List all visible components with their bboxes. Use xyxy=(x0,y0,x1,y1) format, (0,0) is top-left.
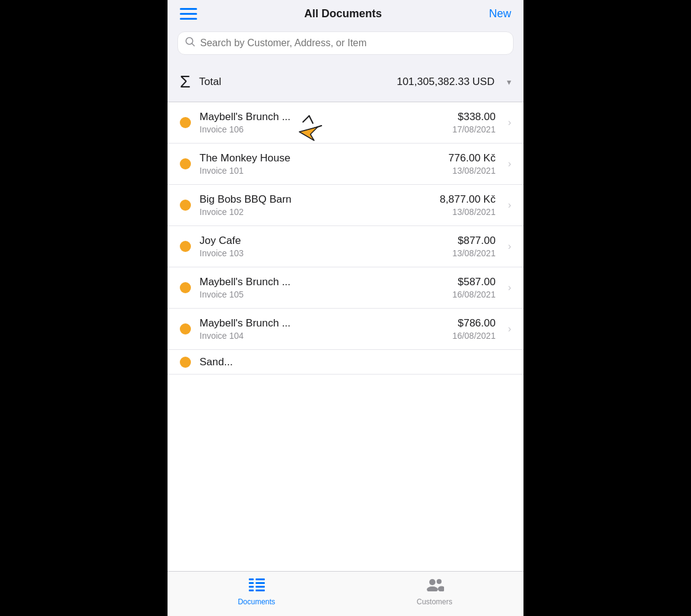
new-button[interactable]: New xyxy=(489,7,511,20)
status-dot xyxy=(180,200,191,211)
item-right: $877.00 13/08/2021 xyxy=(453,235,496,258)
svg-rect-11 xyxy=(256,582,265,584)
item-amount: $338.00 xyxy=(453,111,496,123)
menu-button[interactable] xyxy=(180,8,197,20)
item-content: Maybell's Brunch ... Invoice 105 xyxy=(200,276,444,299)
total-value: 101,305,382.33 USD xyxy=(397,76,495,88)
item-date: 13/08/2021 xyxy=(448,166,496,176)
item-name: Sand... xyxy=(200,356,511,368)
status-dot xyxy=(180,282,191,293)
svg-rect-7 xyxy=(249,582,254,584)
item-name: Big Bobs BBQ Barn xyxy=(200,193,431,206)
item-name: Joy Cafe xyxy=(200,235,444,247)
item-invoice: Invoice 102 xyxy=(200,207,431,217)
item-amount: 8,877.00 Kč xyxy=(440,193,496,206)
list-item[interactable]: Sand... xyxy=(168,350,523,375)
item-content: Maybell's Brunch ... Invoice 106 xyxy=(200,111,444,134)
phone-screen: All Documents New Σ Total 101,305,382.33… xyxy=(168,0,523,616)
status-dot xyxy=(180,117,191,128)
item-content: Sand... xyxy=(200,356,511,368)
documents-icon xyxy=(249,578,265,595)
item-invoice: Invoice 101 xyxy=(200,166,440,176)
customers-icon xyxy=(426,578,444,595)
search-icon xyxy=(185,37,195,49)
svg-line-1 xyxy=(192,44,195,46)
tab-customers[interactable]: Customers xyxy=(346,578,523,606)
item-name: The Monkey House xyxy=(200,152,440,164)
item-right: $786.00 16/08/2021 xyxy=(453,317,496,341)
item-content: Maybell's Brunch ... Invoice 104 xyxy=(200,317,444,341)
item-right: 776.00 Kč 13/08/2021 xyxy=(448,152,496,176)
search-input[interactable] xyxy=(200,38,506,49)
list-item[interactable]: Maybell's Brunch ... Invoice 105 $587.00… xyxy=(168,267,523,309)
list-item[interactable]: Joy Cafe Invoice 103 $877.00 13/08/2021 … xyxy=(168,226,523,267)
status-dot xyxy=(180,323,191,334)
item-invoice: Invoice 104 xyxy=(200,331,444,341)
item-right: $338.00 17/08/2021 xyxy=(453,111,496,134)
tab-customers-label: Customers xyxy=(416,598,452,606)
svg-rect-10 xyxy=(256,578,265,580)
svg-rect-8 xyxy=(249,586,254,588)
list-item[interactable]: Big Bobs BBQ Barn Invoice 102 8,877.00 K… xyxy=(168,185,523,226)
list-item[interactable]: The Monkey House Invoice 101 776.00 Kč 1… xyxy=(168,144,523,185)
item-date: 16/08/2021 xyxy=(453,290,496,299)
sigma-icon: Σ xyxy=(180,72,190,92)
svg-point-16 xyxy=(437,579,442,584)
item-date: 16/08/2021 xyxy=(453,331,496,341)
chevron-right-icon: › xyxy=(508,241,511,252)
tab-bar: Documents Customers xyxy=(168,571,523,616)
search-container xyxy=(168,26,523,62)
item-name: Maybell's Brunch ... xyxy=(200,317,444,330)
item-invoice: Invoice 106 xyxy=(200,124,444,134)
status-dot xyxy=(180,357,191,368)
svg-point-17 xyxy=(438,586,444,592)
header: All Documents New xyxy=(168,0,523,26)
svg-rect-9 xyxy=(249,590,254,591)
chevron-right-icon: › xyxy=(508,117,511,128)
document-list: Maybell's Brunch ... Invoice 106 $338.00… xyxy=(168,102,523,571)
svg-point-15 xyxy=(427,586,438,591)
item-invoice: Invoice 103 xyxy=(200,248,444,258)
chevron-right-icon: › xyxy=(508,282,511,293)
page-title: All Documents xyxy=(197,7,489,20)
svg-rect-13 xyxy=(256,590,265,591)
item-content: Big Bobs BBQ Barn Invoice 102 xyxy=(200,193,431,217)
total-row[interactable]: Σ Total 101,305,382.33 USD ▾ xyxy=(168,62,523,102)
list-item[interactable]: Maybell's Brunch ... Invoice 106 $338.00… xyxy=(168,102,523,144)
item-content: The Monkey House Invoice 101 xyxy=(200,152,440,176)
tab-documents[interactable]: Documents xyxy=(168,578,346,606)
svg-rect-12 xyxy=(256,586,265,588)
status-dot xyxy=(180,241,191,252)
item-date: 13/08/2021 xyxy=(440,207,496,217)
item-right: 8,877.00 Kč 13/08/2021 xyxy=(440,193,496,217)
chevron-down-icon: ▾ xyxy=(507,77,511,87)
svg-rect-6 xyxy=(249,578,254,580)
item-date: 17/08/2021 xyxy=(453,124,496,134)
tab-documents-label: Documents xyxy=(238,598,275,606)
item-amount: 776.00 Kč xyxy=(448,152,496,164)
item-name: Maybell's Brunch ... xyxy=(200,276,444,288)
svg-point-14 xyxy=(429,579,435,585)
search-bar xyxy=(177,31,514,55)
item-invoice: Invoice 105 xyxy=(200,290,444,299)
list-item[interactable]: Maybell's Brunch ... Invoice 104 $786.00… xyxy=(168,309,523,350)
item-name: Maybell's Brunch ... xyxy=(200,111,444,123)
chevron-right-icon: › xyxy=(508,323,511,334)
total-label: Total xyxy=(199,76,388,88)
chevron-right-icon: › xyxy=(508,200,511,211)
item-right: $587.00 16/08/2021 xyxy=(453,276,496,299)
item-date: 13/08/2021 xyxy=(453,248,496,258)
chevron-right-icon: › xyxy=(508,158,511,169)
item-content: Joy Cafe Invoice 103 xyxy=(200,235,444,258)
status-dot xyxy=(180,158,191,169)
item-amount: $786.00 xyxy=(453,317,496,330)
item-amount: $877.00 xyxy=(453,235,496,247)
item-amount: $587.00 xyxy=(453,276,496,288)
